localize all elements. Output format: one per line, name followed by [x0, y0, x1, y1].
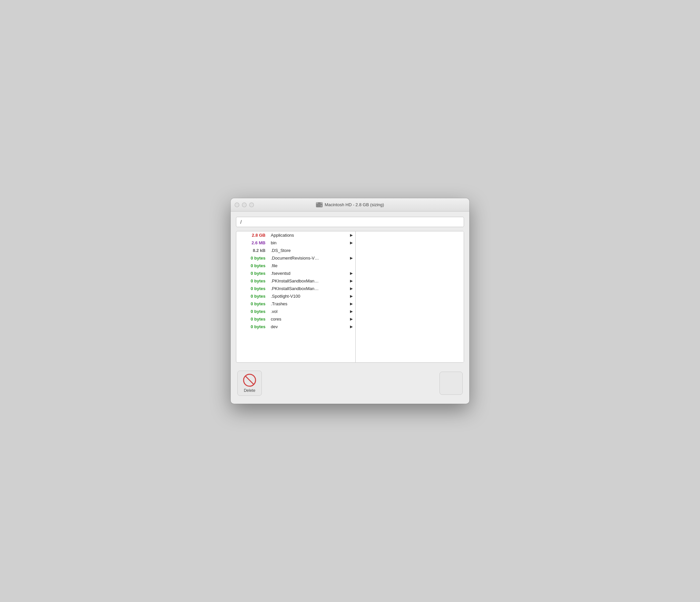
expand-arrow-icon: ▶ [350, 309, 353, 313]
file-size: 0 bytes [239, 309, 266, 314]
file-size: 0 bytes [239, 317, 266, 322]
list-item[interactable]: 0 bytesdev▶ [236, 323, 355, 330]
file-name: .Spotlight-V100 [271, 294, 349, 299]
disk-icon [316, 202, 323, 207]
file-size: 0 bytes [239, 294, 266, 299]
expand-arrow-icon: ▶ [350, 325, 353, 329]
file-name: .file [271, 263, 353, 268]
window-content: / 2.8 GBApplications▶2.6 MBbin▶8.2 kB.DS… [231, 211, 469, 404]
file-size: 2.6 MB [239, 240, 266, 245]
file-name: .PKInstallSandboxMan… [271, 278, 349, 283]
delete-icon [243, 374, 256, 387]
list-item[interactable]: 0 bytes.vol▶ [236, 308, 355, 315]
file-size: 0 bytes [239, 263, 266, 268]
list-item[interactable]: 0 bytes.PKInstallSandboxMan…▶ [236, 285, 355, 292]
bottom-bar: Delete [236, 368, 464, 398]
right-pane [356, 231, 464, 362]
expand-arrow-icon: ▶ [350, 279, 353, 283]
file-size: 0 bytes [239, 271, 266, 276]
file-size: 0 bytes [239, 286, 266, 291]
file-browser: 2.8 GBApplications▶2.6 MBbin▶8.2 kB.DS_S… [236, 231, 464, 363]
expand-arrow-icon: ▶ [350, 256, 353, 260]
file-name: .DocumentRevisions-V… [271, 256, 349, 260]
expand-arrow-icon: ▶ [350, 317, 353, 321]
list-item[interactable]: 0 bytes.PKInstallSandboxMan…▶ [236, 277, 355, 285]
list-item[interactable]: 0 bytes.Spotlight-V100▶ [236, 292, 355, 300]
expand-arrow-icon: ▶ [350, 294, 353, 298]
file-name: .vol [271, 309, 349, 314]
delete-button[interactable]: Delete [237, 371, 262, 396]
list-item[interactable]: 0 bytes.file [236, 262, 355, 270]
list-item[interactable]: 0 bytes.DocumentRevisions-V…▶ [236, 254, 355, 262]
expand-arrow-icon: ▶ [350, 241, 353, 245]
file-name: dev [271, 324, 349, 329]
delete-label: Delete [244, 388, 255, 393]
file-name: cores [271, 317, 349, 322]
app-window: Macintosh HD - 2.8 GB (sizing) / 2.8 GBA… [231, 198, 469, 404]
list-item[interactable]: 2.8 GBApplications▶ [236, 231, 355, 239]
title-bar: Macintosh HD - 2.8 GB (sizing) [231, 198, 469, 211]
expand-arrow-icon: ▶ [350, 302, 353, 306]
file-list[interactable]: 2.8 GBApplications▶2.6 MBbin▶8.2 kB.DS_S… [236, 231, 355, 362]
file-name: .PKInstallSandboxMan… [271, 286, 349, 291]
file-size: 2.8 GB [239, 233, 266, 238]
expand-arrow-icon: ▶ [350, 286, 353, 291]
window-title: Macintosh HD - 2.8 GB (sizing) [316, 202, 384, 207]
file-size: 8.2 kB [239, 248, 266, 253]
path-bar: / [236, 217, 464, 227]
file-size: 0 bytes [239, 301, 266, 306]
list-item[interactable]: 0 bytes.fseventsd▶ [236, 270, 355, 277]
svg-rect-2 [318, 203, 321, 204]
left-pane: 2.8 GBApplications▶2.6 MBbin▶8.2 kB.DS_S… [236, 231, 356, 362]
file-name: Applications [271, 233, 349, 238]
file-name: .fseventsd [271, 271, 349, 276]
list-item[interactable]: 2.6 MBbin▶ [236, 239, 355, 247]
file-name: bin [271, 240, 349, 245]
close-button[interactable] [235, 203, 239, 207]
svg-line-5 [246, 376, 254, 384]
action-button[interactable] [440, 372, 463, 395]
list-item[interactable]: 8.2 kB.DS_Store [236, 247, 355, 254]
expand-arrow-icon: ▶ [350, 233, 353, 237]
list-item[interactable]: 0 bytescores▶ [236, 315, 355, 323]
file-size: 0 bytes [239, 324, 266, 329]
expand-arrow-icon: ▶ [350, 271, 353, 275]
file-size: 0 bytes [239, 256, 266, 260]
file-name: .DS_Store [271, 248, 353, 253]
maximize-button[interactable] [249, 203, 254, 207]
svg-point-3 [321, 205, 322, 206]
file-size: 0 bytes [239, 278, 266, 283]
list-item[interactable]: 0 bytes.Trashes▶ [236, 300, 355, 308]
file-name: .Trashes [271, 301, 349, 306]
traffic-lights [235, 203, 254, 207]
minimize-button[interactable] [242, 203, 247, 207]
